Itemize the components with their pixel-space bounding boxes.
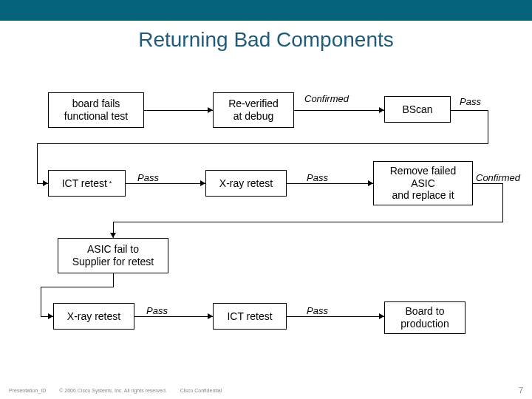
box-reverified-debug: Re-verifiedat debug [213,92,294,128]
edge-label-pass-5: Pass [307,305,328,316]
box-ict-retest-2: ICT retest [213,303,287,330]
diagram-canvas: board failsfunctional test Re-verifiedat… [0,52,532,369]
edge-label-pass-4: Pass [146,305,168,316]
edge-label-pass-1: Pass [460,96,481,107]
edge-label-pass-3: Pass [307,172,328,183]
box-ict-retest-1: ICT retest * [48,170,126,197]
box-xray-retest-2: X-ray retest [53,303,134,330]
box-asic-supplier: ASIC fail toSupplier for retest [58,238,168,273]
brand-bar [0,0,532,21]
box-ict-retest-1-label: ICT retest [62,177,107,190]
box-board-fails: board failsfunctional test [48,92,144,128]
box-xray-retest-1: X-ray retest [205,170,287,197]
footer-confidential: Cisco Confidential [180,388,222,393]
footer-page-number: 7 [519,386,523,395]
footer: Presentation_ID © 2006 Cisco Systems, In… [9,386,523,395]
edge-label-pass-2: Pass [137,172,159,183]
box-board-production: Board toproduction [384,301,466,334]
box-bscan: BScan [384,96,451,123]
edge-label-confirmed-2: Confirmed [476,172,520,183]
box-remove-asic: Remove failedASICand replace it [373,161,473,205]
footer-copyright: © 2006 Cisco Systems, Inc. All rights re… [59,388,167,393]
ict-asterisk: * [109,180,112,188]
edge-label-confirmed-1: Confirmed [304,93,349,104]
page-title: Returning Bad Components [0,28,532,52]
footer-presentation-id: Presentation_ID [9,388,46,393]
